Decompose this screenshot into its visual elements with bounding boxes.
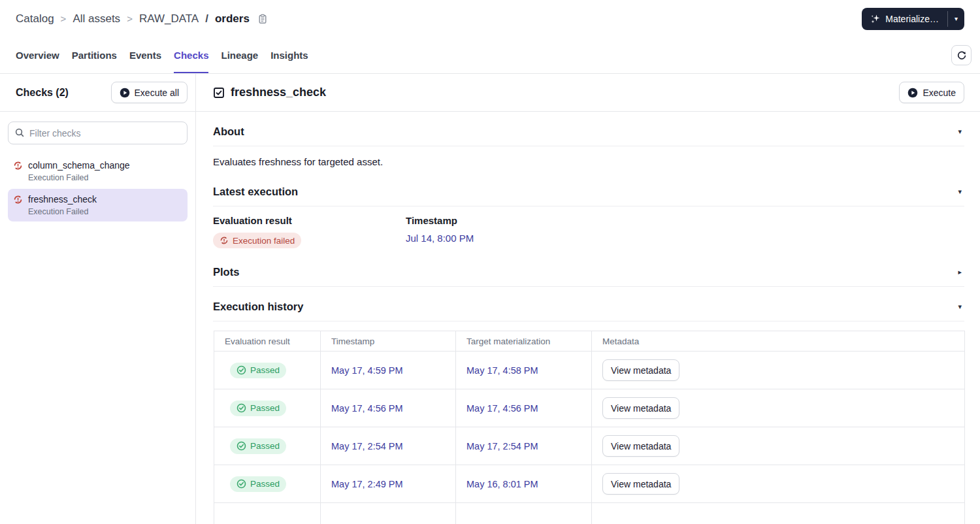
target-materialization-link[interactable]: May 16, 8:01 PM xyxy=(466,479,538,489)
check-circle-icon xyxy=(237,403,246,413)
about-title: About xyxy=(213,125,244,138)
passed-badge-label: Passed xyxy=(250,403,280,413)
timestamp-link[interactable]: May 17, 2:49 PM xyxy=(331,479,403,489)
about-description: Evaluates freshness for targeted asset. xyxy=(213,146,964,172)
plots-title: Plots xyxy=(213,266,239,278)
execute-all-button[interactable]: Execute all xyxy=(111,82,188,103)
check-detail-body: About ▾ Evaluates freshness for targeted… xyxy=(196,112,980,524)
check-box-icon xyxy=(213,87,225,99)
check-status: Execution Failed xyxy=(28,173,181,182)
timestamp-link[interactable]: May 17, 2:54 PM xyxy=(331,441,403,451)
view-metadata-button[interactable]: View metadata xyxy=(602,359,679,381)
expand-caret-icon[interactable]: ▸ xyxy=(958,268,962,276)
collapse-caret-icon[interactable]: ▾ xyxy=(958,127,962,136)
copy-path-icon[interactable] xyxy=(257,14,268,24)
check-detail-pane: freshness_check Execute About ▾ Evaluate… xyxy=(196,74,980,524)
column-header-target-materialization: Target materialization xyxy=(456,331,592,352)
view-metadata-button[interactable]: View metadata xyxy=(602,435,679,457)
check-list: column_schema_change Execution Failed fr… xyxy=(0,151,195,225)
breadcrumb-catalog[interactable]: Catalog xyxy=(16,12,54,25)
timestamp-link[interactable]: May 17, 4:56 PM xyxy=(331,403,403,414)
passed-badge: Passed xyxy=(230,401,286,416)
sync-error-icon xyxy=(13,195,23,205)
check-list-item-freshness-check[interactable]: freshness_check Execution Failed xyxy=(8,189,188,221)
check-name: column_schema_change xyxy=(28,160,130,171)
execute-button[interactable]: Execute xyxy=(899,82,964,103)
latest-execution-title: Latest execution xyxy=(213,186,298,198)
materialize-label: Materialize… xyxy=(885,14,939,24)
latest-timestamp-link[interactable]: Jul 14, 8:00 PM xyxy=(406,233,474,244)
materialize-split-button: Materialize… ▾ xyxy=(862,8,964,30)
table-row-partial xyxy=(214,503,965,524)
content-split: Checks (2) Execute all xyxy=(0,74,980,524)
table-row: Passed May 17, 2:49 PM May 16, 8:01 PM V… xyxy=(214,465,965,503)
check-name: freshness_check xyxy=(28,194,97,205)
column-header-timestamp: Timestamp xyxy=(321,331,456,352)
view-metadata-button[interactable]: View metadata xyxy=(602,397,679,419)
tab-checks[interactable]: Checks xyxy=(174,37,208,73)
table-header-row: Evaluation result Timestamp Target mater… xyxy=(214,331,965,352)
view-metadata-button[interactable]: View metadata xyxy=(602,473,679,495)
search-icon xyxy=(14,127,25,138)
tab-bar: Overview Partitions Events Checks Lineag… xyxy=(16,37,308,73)
refresh-button[interactable] xyxy=(951,45,972,65)
passed-badge-label: Passed xyxy=(250,479,280,489)
execute-all-label: Execute all xyxy=(135,88,179,98)
breadcrumb-all-assets[interactable]: All assets xyxy=(73,12,120,25)
breadcrumb-asset-name: orders xyxy=(215,12,250,25)
execution-history-title: Execution history xyxy=(213,301,303,313)
execute-label: Execute xyxy=(923,88,956,98)
app-window: Catalog > All assets > RAW_DATA / orders xyxy=(0,0,980,524)
tab-insights[interactable]: Insights xyxy=(270,37,308,73)
execution-failed-badge-label: Execution failed xyxy=(233,236,295,246)
execution-history-table: Evaluation result Timestamp Target mater… xyxy=(214,331,965,524)
table-row: Passed May 17, 4:59 PM May 17, 4:58 PM V… xyxy=(214,352,965,389)
plots-section-header: Plots ▸ xyxy=(213,252,964,286)
filter-checks-input[interactable] xyxy=(8,122,188,144)
check-detail-title: freshness_check xyxy=(231,86,326,99)
sync-error-icon xyxy=(13,161,23,171)
execution-failed-badge: Execution failed xyxy=(213,233,301,248)
tab-lineage[interactable]: Lineage xyxy=(221,37,258,73)
check-status: Execution Failed xyxy=(28,207,181,216)
timestamp-link[interactable]: May 17, 4:59 PM xyxy=(331,365,403,376)
filter-checks-wrap xyxy=(8,122,188,144)
checks-sidebar: Checks (2) Execute all xyxy=(0,74,196,524)
collapse-caret-icon[interactable]: ▾ xyxy=(958,188,962,196)
check-circle-icon xyxy=(237,441,246,451)
passed-badge: Passed xyxy=(230,476,286,492)
passed-badge-label: Passed xyxy=(250,365,280,375)
check-list-item-column-schema-change[interactable]: column_schema_change Execution Failed xyxy=(8,155,188,188)
column-header-evaluation-result: Evaluation result xyxy=(214,331,321,352)
collapse-caret-icon[interactable]: ▾ xyxy=(958,303,962,311)
tab-overview[interactable]: Overview xyxy=(16,37,59,73)
passed-badge: Passed xyxy=(230,438,286,454)
materialize-button[interactable]: Materialize… xyxy=(862,8,947,30)
materialize-dropdown-button[interactable]: ▾ xyxy=(948,8,964,30)
breadcrumb: Catalog > All assets > RAW_DATA / orders xyxy=(16,12,268,25)
breadcrumb-path-separator: / xyxy=(205,12,208,25)
top-bar: Catalog > All assets > RAW_DATA / orders xyxy=(0,0,980,37)
target-materialization-link[interactable]: May 17, 2:54 PM xyxy=(466,441,538,451)
play-circle-icon xyxy=(907,88,918,98)
sparkle-icon xyxy=(870,14,881,24)
latest-execution-grid: Evaluation result Execution failed Times… xyxy=(213,206,964,252)
refresh-icon xyxy=(956,50,967,61)
sync-error-icon xyxy=(220,236,229,245)
target-materialization-link[interactable]: May 17, 4:58 PM xyxy=(466,365,538,376)
about-section-header: About ▾ xyxy=(213,112,964,146)
check-circle-icon xyxy=(237,365,246,375)
latest-execution-section-header: Latest execution ▾ xyxy=(213,172,964,206)
evaluation-result-label: Evaluation result xyxy=(213,215,406,226)
sidebar-header: Checks (2) Execute all xyxy=(0,74,195,112)
tab-events[interactable]: Events xyxy=(129,37,161,73)
target-materialization-link[interactable]: May 17, 4:56 PM xyxy=(466,403,538,414)
tabs-row: Overview Partitions Events Checks Lineag… xyxy=(0,37,980,74)
checks-count-title: Checks (2) xyxy=(16,87,69,99)
tab-partitions[interactable]: Partitions xyxy=(72,37,117,73)
chevron-right-icon: > xyxy=(127,13,133,24)
section-divider xyxy=(213,321,964,321)
column-header-metadata: Metadata xyxy=(592,331,965,352)
breadcrumb-asset-group[interactable]: RAW_DATA xyxy=(139,12,199,25)
chevron-down-icon: ▾ xyxy=(955,15,958,22)
